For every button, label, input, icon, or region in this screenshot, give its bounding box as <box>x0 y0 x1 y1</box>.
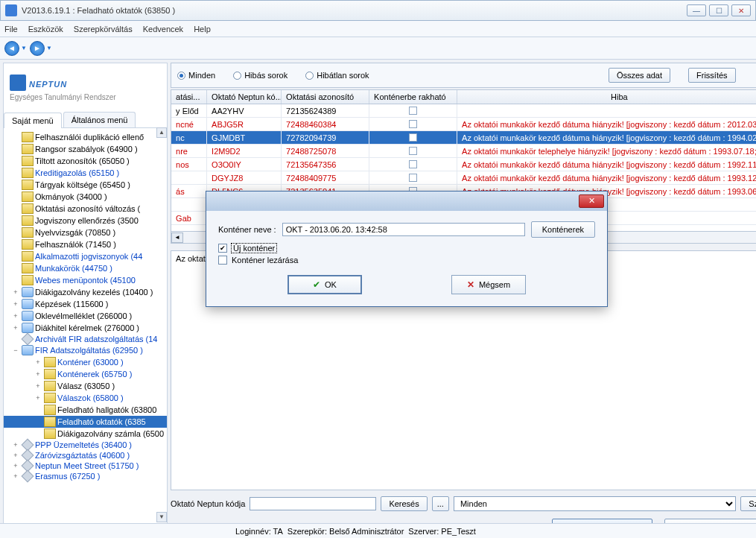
radio-bad-rows[interactable]: Hibás sorok <box>233 71 288 80</box>
tree-item-label: Felhasználók (71450 ) <box>35 240 116 249</box>
search-scope-select[interactable]: Minden <box>454 496 736 511</box>
tree-item[interactable]: Okmányok (34000 ) <box>4 191 167 203</box>
tab-general-menu[interactable]: Általános menü <box>63 112 136 127</box>
nav-back-dropdown-icon[interactable]: ▼ <box>21 45 28 51</box>
nav-forward-dropdown-icon[interactable]: ▼ <box>46 45 54 51</box>
dialog-titlebar[interactable]: ✕ <box>206 192 607 211</box>
col-oktatasi-azon[interactable]: Oktatási azonosító <box>282 90 369 104</box>
window-titlebar: V2013.6.19.1 : Feladható oktatók (63850 … <box>0 0 756 21</box>
nav-back-button[interactable]: ◄ <box>4 41 19 56</box>
col-kontenerbe[interactable]: Konténerbe rakható <box>369 90 457 104</box>
col-oktatasi[interactable]: atási... <box>171 90 207 104</box>
search-button[interactable]: Keresés <box>381 496 427 511</box>
doc-icon <box>22 215 34 226</box>
tree-item[interactable]: Felhasználók (71450 ) <box>4 238 167 250</box>
tree-item[interactable]: +Oklevélmelléklet (266000 ) <box>4 310 167 322</box>
tab-own-menu[interactable]: Saját menü <box>4 113 62 128</box>
table-row[interactable]: ncnéABJG5R72488460384Az oktatói munkakör… <box>171 118 756 131</box>
tree-item[interactable]: Tiltott azonosítók (65050 ) <box>4 155 167 167</box>
dialog-cancel-button[interactable]: ✕Mégsem <box>451 275 526 294</box>
new-container-label: Új konténer <box>232 244 276 253</box>
tree-item[interactable]: Oktatási azonosító változás ( <box>4 203 167 215</box>
row-checkbox[interactable] <box>409 160 417 168</box>
tree-item-label: Diákigazolvány számla (6500 <box>57 429 164 438</box>
row-checkbox[interactable] <box>409 107 417 115</box>
doc-icon <box>44 417 56 427</box>
tree-item[interactable]: +Záróvizsgáztatás (40600 ) <box>4 450 167 461</box>
tree-item[interactable]: Tárgyak költsége (65450 ) <box>4 179 167 191</box>
row-checkbox[interactable] <box>409 133 417 142</box>
doc-icon <box>22 203 34 214</box>
tree-item[interactable]: −FIR Adatszolgáltatás (62950 ) <box>4 344 167 356</box>
refresh-button[interactable]: Frissítés <box>688 68 736 83</box>
tree-item-label: Konténer (63000 ) <box>57 358 124 367</box>
dialog-close-button[interactable]: ✕ <box>579 194 604 208</box>
new-container-checkbox[interactable]: ✔ <box>218 244 227 253</box>
tree-item[interactable]: +Diákhitel kérelmek (276000 ) <box>4 322 167 334</box>
tree-item[interactable]: Alkalmazotti jogviszonyok (44 <box>4 250 167 262</box>
tree-item[interactable]: +Erasmus (67250 ) <box>4 471 167 481</box>
container-name-input[interactable] <box>282 223 525 236</box>
tree-item[interactable]: Nyelvvizsgák (70850 ) <box>4 227 167 238</box>
search-more-button[interactable]: ... <box>432 496 449 511</box>
status-bar: Loginnév: TA Szerepkör: Belső Adminisztr… <box>0 523 756 538</box>
row-checkbox[interactable] <box>409 120 417 128</box>
tree-item[interactable]: +Válasz (63050 ) <box>4 380 167 392</box>
tree-scroll-up-icon[interactable]: ▲ <box>156 127 167 138</box>
menu-tools[interactable]: Eszközök <box>28 25 63 34</box>
table-row[interactable]: y ElődAA2YHV72135624389 <box>171 104 756 118</box>
maximize-button[interactable]: ☐ <box>709 4 728 16</box>
tree-item-label: FIR Adatszolgáltatás (62950 ) <box>35 346 143 355</box>
tree-item[interactable]: Felhasználói duplikáció ellenő <box>4 131 167 143</box>
table-row[interactable]: nreI2M9D272488725078Az oktatói munkakör … <box>171 145 756 158</box>
tree-item-label: Oklevélmelléklet (266000 ) <box>35 311 132 320</box>
radio-all[interactable]: Minden <box>177 71 215 80</box>
menu-file[interactable]: File <box>4 25 18 34</box>
tree-view[interactable]: Felhasználói duplikáció ellenőRangsor sz… <box>4 128 167 524</box>
col-hiba[interactable]: Hiba <box>457 90 756 104</box>
doc-icon <box>22 192 34 202</box>
tree-item[interactable]: Feladható oktatók (6385 <box>4 416 167 428</box>
table-row[interactable]: ncGJMDBT72782094739Az oktatói munkakör k… <box>171 131 756 145</box>
tree-item[interactable]: Kreditigazolás (65150 ) <box>4 167 167 179</box>
tree-item[interactable]: +Képzések (115600 ) <box>4 298 167 310</box>
window-title: V2013.6.19.1 : Feladható oktatók (63850 … <box>22 6 687 15</box>
tree-item[interactable]: Archivált FIR adatszolgáltatás (14 <box>4 334 167 344</box>
tree-item[interactable]: +Neptun Meet Street (51750 ) <box>4 461 167 471</box>
container-dialog: ✕ Konténer neve : Konténerek ✔ Új kontén… <box>206 191 608 307</box>
col-neptun-code[interactable]: Oktató Neptun kó... <box>207 90 282 104</box>
tree-item-label: Feladható oktatók (6385 <box>57 417 146 426</box>
table-row[interactable]: nosO3O0IY72135647356Az oktatói munkakör … <box>171 158 756 171</box>
minimize-button[interactable]: — <box>687 4 706 16</box>
tree-item[interactable]: Feladható hallgatók (63800 <box>4 404 167 416</box>
nav-forward-button[interactable]: ► <box>30 41 45 56</box>
radio-good-rows[interactable]: Hibátlan sorok <box>305 71 369 80</box>
all-data-button[interactable]: Összes adat <box>609 68 670 83</box>
tree-item[interactable]: +Konténerek (65750 ) <box>4 368 167 380</box>
tree-item[interactable]: Munkakörök (44750 ) <box>4 262 167 274</box>
doc-icon <box>22 132 34 142</box>
dialog-ok-button[interactable]: ✔OK <box>288 275 362 294</box>
doc-icon <box>44 381 56 391</box>
search-input[interactable] <box>250 497 376 510</box>
tree-scroll-down-icon[interactable]: ▼ <box>156 512 167 522</box>
tree-item-label: Válasz (63050 ) <box>57 382 115 390</box>
filter-button[interactable]: Szűrés <box>740 496 756 511</box>
menu-role-switch[interactable]: Szerepkörváltás <box>74 25 133 34</box>
menu-help[interactable]: Help <box>194 25 211 34</box>
tree-item[interactable]: Webes menüpontok (45100 <box>4 274 167 286</box>
menu-favorites[interactable]: Kedvencek <box>143 25 183 34</box>
tree-item[interactable]: +Válaszok (65800 ) <box>4 392 167 404</box>
containers-button[interactable]: Konténerek <box>531 221 595 238</box>
close-container-checkbox[interactable] <box>218 256 227 265</box>
row-checkbox[interactable] <box>409 174 417 182</box>
tree-item[interactable]: +Konténer (63000 ) <box>4 356 167 368</box>
tree-item[interactable]: Jogviszony ellenőrzés (3500 <box>4 215 167 227</box>
table-row[interactable]: DGYJZ872488409775Az oktatói munkakör kez… <box>171 171 756 185</box>
tree-item[interactable]: +Diákigazolvány kezelés (10400 ) <box>4 286 167 298</box>
tree-item[interactable]: +PPP Üzemeltetés (36400 ) <box>4 440 167 450</box>
tree-item[interactable]: Diákigazolvány számla (6500 <box>4 428 167 440</box>
row-checkbox[interactable] <box>409 147 417 155</box>
close-button[interactable]: ✕ <box>731 4 751 16</box>
tree-item[interactable]: Rangsor szabályok (64900 ) <box>4 143 167 155</box>
